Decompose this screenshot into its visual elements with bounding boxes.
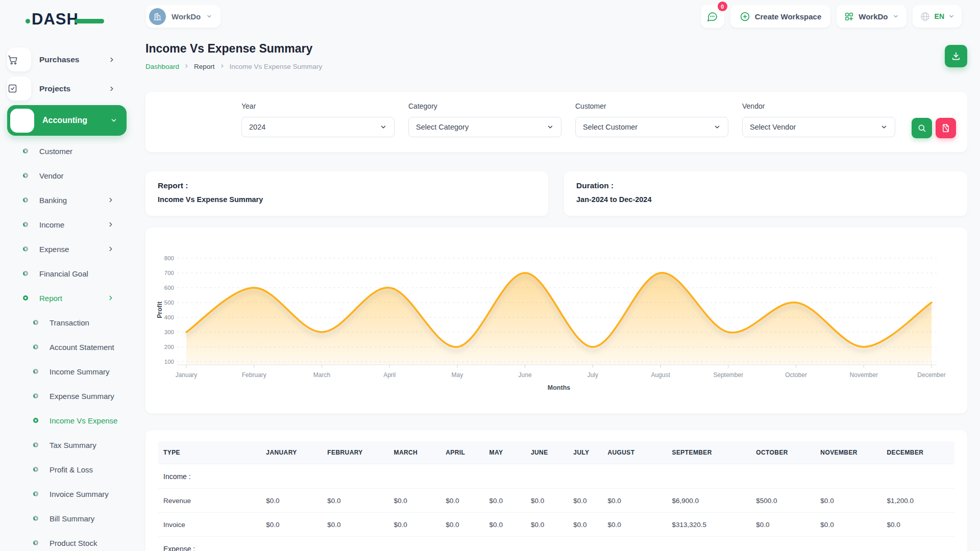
- sidebar-item-accounting[interactable]: Accounting: [7, 105, 127, 136]
- breadcrumb: DashboardReportIncome Vs Expense Summary: [145, 62, 322, 70]
- language-selector[interactable]: EN: [913, 5, 962, 28]
- sidebar-item-label: Income Vs Expense: [50, 416, 117, 425]
- cell: [882, 537, 954, 551]
- column-header: MAY: [484, 441, 526, 464]
- sidebar-item-financial-goal[interactable]: Financial Goal: [7, 261, 129, 286]
- row-label: Income :: [158, 464, 261, 489]
- reset-filter-button[interactable]: [936, 118, 956, 138]
- svg-text:March: March: [313, 371, 330, 379]
- brand-logo[interactable]: DASH: [32, 10, 113, 32]
- breadcrumb-link-dashboard[interactable]: Dashboard: [145, 63, 179, 70]
- filter-card: Year2024CategorySelect CategoryCustomerS…: [145, 92, 967, 152]
- cell: [568, 464, 602, 489]
- app-switcher-label: WorkDo: [859, 12, 888, 21]
- sidebar-item-income-vs-expense[interactable]: Income Vs Expense: [7, 408, 129, 433]
- sidebar-item-expense-summary[interactable]: Expense Summary: [7, 384, 129, 408]
- sidebar-item-customer[interactable]: Customer: [7, 139, 129, 163]
- search-icon: [917, 123, 926, 133]
- messages-button[interactable]: 0: [701, 5, 724, 28]
- svg-text:600: 600: [164, 285, 174, 291]
- sidebar-item-tax-summary[interactable]: Tax Summary: [7, 433, 129, 457]
- chevron-down-icon: [714, 123, 721, 131]
- summary-cards: Report : Income Vs Expense Summary Durat…: [145, 171, 967, 216]
- grid-plus-icon: [23, 115, 34, 126]
- topbar: WorkDo 0 Create Workspace: [134, 0, 980, 31]
- circle-bullet-icon: [33, 540, 38, 545]
- sidebar-item-vendor[interactable]: Vendor: [7, 163, 129, 188]
- filter-label: Category: [408, 102, 561, 110]
- circle-bullet-icon: [33, 442, 38, 447]
- cell: $0.0: [602, 513, 667, 537]
- cell: $313,320.5: [667, 513, 751, 537]
- circle-bullet-icon: [33, 344, 38, 349]
- table-section-row: Income :: [158, 464, 954, 489]
- circle-bullet-icon: [23, 197, 28, 203]
- duration-summary-card: Duration : Jan-2024 to Dec-2024: [564, 171, 967, 216]
- cell: [815, 464, 881, 489]
- cell: [568, 537, 602, 551]
- workspace-selector[interactable]: WorkDo: [146, 5, 220, 28]
- sidebar-item-income[interactable]: Income: [7, 212, 129, 237]
- sidebar-item-label: Banking: [39, 196, 67, 205]
- income-expense-table: TYPEJANUARYFEBRUARYMARCHAPRILMAYJUNEJULY…: [158, 441, 954, 551]
- filter-actions: [912, 118, 956, 138]
- sidebar-item-product-stock[interactable]: Product Stock: [7, 531, 129, 551]
- app-switcher-button[interactable]: WorkDo: [837, 5, 906, 28]
- sidebar-item-profit-loss[interactable]: Profit & Loss: [7, 457, 129, 482]
- chevron-right-icon: [107, 294, 114, 302]
- column-header: TYPE: [158, 441, 261, 464]
- sidebar-item-banking[interactable]: Banking: [7, 188, 129, 212]
- sidebar-item-label: Tax Summary: [50, 441, 96, 449]
- sidebar-item-label: Purchases: [39, 55, 79, 64]
- svg-text:300: 300: [164, 329, 174, 335]
- vendor-select[interactable]: Select Vendor: [742, 117, 895, 137]
- sidebar-item-account-statement[interactable]: Account Statement: [7, 335, 129, 359]
- circle-bullet-icon: [23, 246, 28, 252]
- svg-text:100: 100: [164, 359, 174, 365]
- sidebar-item-report[interactable]: Report: [7, 286, 129, 310]
- report-submenu: TransactionAccount StatementIncome Summa…: [7, 310, 129, 551]
- column-header: NOVEMBER: [815, 441, 881, 464]
- cell: [751, 537, 815, 551]
- svg-text:January: January: [176, 371, 198, 379]
- circle-bullet-icon: [33, 516, 38, 521]
- filter-fields: Year2024CategorySelect CategoryCustomerS…: [241, 102, 895, 137]
- cell: [667, 537, 751, 551]
- logo-text: DASH: [32, 10, 79, 28]
- create-workspace-button[interactable]: Create Workspace: [730, 5, 831, 28]
- notification-badge: 0: [718, 2, 727, 11]
- sidebar-item-income-summary[interactable]: Income Summary: [7, 359, 129, 384]
- sidebar-item-label: Income: [39, 220, 64, 229]
- sidebar-item-expense[interactable]: Expense: [7, 237, 129, 261]
- year-select[interactable]: 2024: [241, 117, 395, 137]
- select-value: 2024: [249, 123, 265, 131]
- cell: [882, 464, 954, 489]
- category-select[interactable]: Select Category: [408, 117, 561, 137]
- svg-text:Months: Months: [548, 384, 570, 391]
- column-header: FEBRUARY: [322, 441, 388, 464]
- customer-select[interactable]: Select Customer: [575, 117, 728, 137]
- apply-filter-button[interactable]: [912, 118, 932, 138]
- cell: $0.0: [568, 513, 602, 537]
- svg-text:May: May: [452, 371, 463, 379]
- sidebar-item-transaction[interactable]: Transaction: [7, 310, 129, 335]
- plus-circle-icon: [740, 11, 750, 22]
- select-value: Select Customer: [583, 123, 638, 131]
- sidebar-item-label: Bill Summary: [50, 514, 94, 523]
- report-card-value: Income Vs Expense Summary: [158, 195, 536, 204]
- cell: [667, 464, 751, 489]
- circle-bullet-icon: [33, 491, 38, 496]
- topbar-actions: 0 Create Workspace WorkDo: [701, 5, 962, 28]
- sidebar-item-purchases[interactable]: Purchases: [7, 45, 129, 74]
- workspace-name: WorkDo: [172, 12, 201, 21]
- income-expense-table-card: TYPEJANUARYFEBRUARYMARCHAPRILMAYJUNEJULY…: [145, 430, 967, 551]
- circle-bullet-icon: [23, 222, 28, 227]
- sidebar-item-projects[interactable]: Projects: [7, 74, 129, 103]
- cell: [389, 537, 441, 551]
- select-value: Select Vendor: [750, 123, 796, 131]
- duration-card-value: Jan-2024 to Dec-2024: [576, 195, 955, 204]
- sidebar-item-bill-summary[interactable]: Bill Summary: [7, 506, 129, 531]
- download-button[interactable]: [945, 45, 967, 67]
- sidebar-item-invoice-summary[interactable]: Invoice Summary: [7, 482, 129, 506]
- breadcrumb-link-report[interactable]: Report: [194, 63, 215, 70]
